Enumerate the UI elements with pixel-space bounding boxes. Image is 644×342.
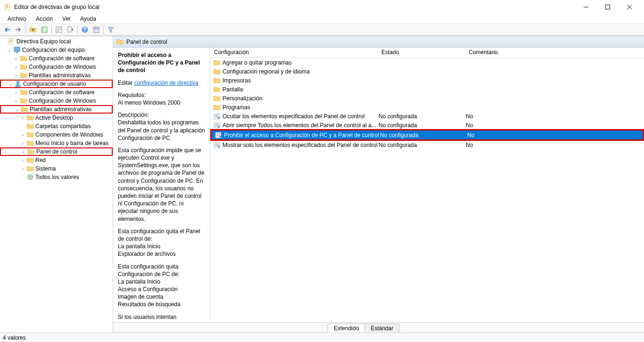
tree-label: Configuración de Windows bbox=[29, 98, 96, 104]
folder-icon bbox=[26, 131, 34, 138]
list-row[interactable]: Prohibir el acceso a Configuración de PC… bbox=[212, 130, 643, 139]
svg-rect-17 bbox=[97, 28, 98, 29]
tab-extendido[interactable]: Extendido bbox=[328, 324, 365, 333]
tree-label: Configuración de software bbox=[29, 89, 94, 96]
expand-icon[interactable]: › bbox=[13, 65, 19, 70]
tree-label: Plantillas administrativas bbox=[30, 106, 91, 113]
expand-icon[interactable]: › bbox=[13, 73, 19, 78]
tree-node[interactable]: ⌄Plantillas administrativas bbox=[0, 105, 113, 114]
list-row[interactable]: Configuración regional y de idioma bbox=[210, 67, 644, 76]
expand-icon[interactable]: › bbox=[20, 132, 25, 138]
list-row[interactable]: Personalización bbox=[210, 94, 644, 103]
row-name: Pantalla bbox=[223, 86, 379, 93]
right-pane: Panel de control Prohibir el acceso a Co… bbox=[113, 36, 644, 333]
forward-button[interactable] bbox=[13, 24, 24, 35]
tree-label: Sistema bbox=[35, 165, 56, 172]
tree-node[interactable]: Todos los valores bbox=[0, 173, 113, 181]
tree-node[interactable]: ⌄Configuración de usuario bbox=[0, 80, 113, 88]
svg-text:?: ? bbox=[83, 26, 86, 33]
tree-node[interactable]: ›Configuración de software bbox=[0, 88, 113, 97]
tree-node[interactable]: ›Configuración de Windows bbox=[0, 63, 113, 71]
tree-node[interactable]: ›Configuración de Windows bbox=[0, 97, 113, 105]
tree-node[interactable]: Carpetas compartidas bbox=[0, 122, 113, 130]
list-row[interactable]: Abrir siempre Todos los elementos del Pa… bbox=[210, 121, 644, 130]
folder-icon bbox=[21, 106, 28, 113]
tree-node[interactable]: ›Panel de control bbox=[0, 147, 113, 156]
menu-ayuda[interactable]: Ayuda bbox=[76, 15, 100, 23]
tree-label: Plantillas administrativas bbox=[29, 72, 91, 79]
folder-icon bbox=[27, 148, 35, 155]
expand-icon[interactable]: › bbox=[20, 166, 25, 171]
list-body[interactable]: Agregar o quitar programasConfiguración … bbox=[210, 58, 644, 322]
policy-icon bbox=[215, 131, 222, 139]
show-hide-button[interactable] bbox=[39, 24, 50, 35]
expand-icon[interactable]: › bbox=[13, 56, 19, 61]
maximize-button[interactable] bbox=[597, 0, 619, 14]
header-configuracion[interactable]: Configuración bbox=[210, 48, 378, 57]
tree-node[interactable]: Directiva Equipo local bbox=[0, 37, 113, 46]
tree-label: Panel de control bbox=[36, 148, 77, 155]
row-estado: No configurada bbox=[379, 142, 466, 148]
tree-node[interactable]: ›Red bbox=[0, 156, 113, 164]
list-row[interactable]: Ocultar los elementos especificados del … bbox=[210, 112, 644, 121]
tree-node[interactable]: ›Sistema bbox=[0, 164, 113, 173]
row-name: Impresoras bbox=[223, 77, 379, 84]
filter-button[interactable] bbox=[106, 24, 116, 35]
folder-icon bbox=[213, 68, 221, 75]
tree-label: Todos los valores bbox=[35, 174, 79, 180]
status-text: 4 valores bbox=[3, 334, 26, 341]
row-name: Mostrar solo los elementos especificados… bbox=[223, 142, 379, 148]
minimize-button[interactable] bbox=[575, 0, 597, 14]
statusbar: 4 valores bbox=[0, 333, 644, 342]
up-button[interactable] bbox=[28, 24, 38, 35]
tree-node[interactable]: ›Menú Inicio y barra de tareas bbox=[0, 139, 113, 147]
expand-icon[interactable]: ⌄ bbox=[7, 48, 12, 53]
expand-icon[interactable]: › bbox=[13, 98, 19, 104]
expand-icon[interactable]: › bbox=[20, 141, 25, 146]
menu-accion[interactable]: Acción bbox=[32, 15, 57, 23]
row-name: Abrir siempre Todos los elementos del Pa… bbox=[223, 122, 379, 129]
row-name: Configuración regional y de idioma bbox=[223, 68, 379, 75]
edit-policy-link[interactable]: configuración de directiva bbox=[134, 80, 198, 86]
header-comentario[interactable]: Comentario bbox=[465, 48, 644, 57]
expand-icon[interactable]: › bbox=[20, 115, 25, 121]
folder-icon bbox=[20, 63, 27, 71]
settings-icon bbox=[26, 173, 34, 181]
detail-title: Prohibir el acceso a Configuración de PC… bbox=[118, 51, 205, 74]
export-button[interactable] bbox=[65, 24, 75, 35]
list-row[interactable]: Mostrar solo los elementos especificados… bbox=[210, 140, 644, 149]
tree-label: Configuración de software bbox=[29, 55, 94, 62]
expand-icon[interactable]: ⌄ bbox=[8, 81, 13, 87]
options-button[interactable] bbox=[91, 24, 101, 35]
expand-icon[interactable]: › bbox=[20, 158, 25, 163]
tree-node[interactable]: ›Active Desktop bbox=[0, 114, 113, 122]
menu-archivo[interactable]: Archivo bbox=[4, 15, 30, 23]
row-estado: No configurada bbox=[380, 132, 467, 138]
back-button[interactable] bbox=[2, 24, 12, 35]
row-name: Prohibir el acceso a Configuración de PC… bbox=[224, 132, 380, 138]
menubar: Archivo Acción Ver Ayuda bbox=[0, 14, 644, 24]
tree-node[interactable]: ›Componentes de Windows bbox=[0, 130, 113, 139]
tree-node[interactable]: ›Plantillas administrativas bbox=[0, 71, 113, 80]
menu-ver[interactable]: Ver bbox=[58, 15, 74, 23]
toolbar: ? bbox=[0, 24, 644, 36]
folder-icon bbox=[213, 104, 221, 111]
tab-estandar[interactable]: Estándar bbox=[364, 324, 399, 333]
list-row[interactable]: Impresoras bbox=[210, 76, 644, 85]
expand-icon[interactable]: › bbox=[21, 149, 26, 155]
folder-icon bbox=[20, 72, 27, 79]
list-row[interactable]: Programas bbox=[210, 103, 644, 112]
expand-icon[interactable]: ⌄ bbox=[14, 107, 20, 112]
tree-node[interactable]: ›Configuración de software bbox=[0, 54, 113, 63]
tree-node[interactable]: ⌄Configuración del equipo bbox=[0, 46, 113, 54]
folder-icon bbox=[26, 139, 34, 147]
tree-pane[interactable]: Directiva Equipo local⌄Configuración del… bbox=[0, 36, 113, 333]
list-row[interactable]: Agregar o quitar programas bbox=[210, 58, 644, 67]
properties-button[interactable] bbox=[54, 24, 64, 35]
row-comentario: No bbox=[466, 142, 644, 148]
help-button[interactable]: ? bbox=[80, 24, 90, 35]
expand-icon[interactable]: › bbox=[13, 90, 19, 95]
close-button[interactable] bbox=[619, 0, 640, 14]
list-row[interactable]: Pantalla bbox=[210, 85, 644, 94]
header-estado[interactable]: Estado bbox=[378, 48, 465, 57]
